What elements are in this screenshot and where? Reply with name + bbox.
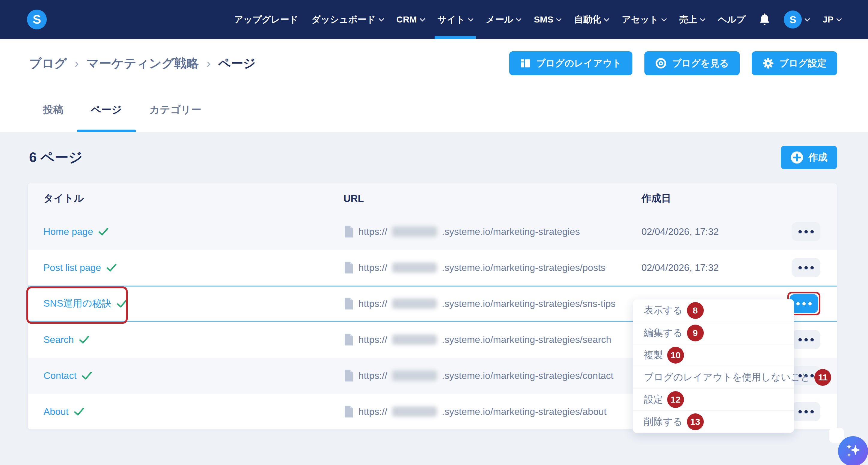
check-icon [106,263,117,272]
row-actions-button[interactable] [792,222,820,241]
layout-icon [520,58,531,69]
tab-pages[interactable]: ページ [77,88,136,132]
menu-item-settings[interactable]: 設定 12 [633,388,794,410]
column-title: タイトル [28,192,343,205]
create-button[interactable]: 作成 [781,146,837,169]
nav-item-crm[interactable]: CRM [397,0,425,39]
redacted-subdomain [392,335,437,345]
nav-item-automation[interactable]: 自動化 [574,0,609,39]
nav-item-help[interactable]: ヘルプ [718,0,745,39]
check-icon [79,336,89,344]
chevron-down-icon [556,16,562,21]
menu-item-no-blog-layout[interactable]: ブログのレイアウトを使用しないこと 11 [633,366,794,388]
list-header: 6 ページ 作成 [29,146,837,169]
top-navbar: S アップグレード ダッシュボード CRM サイト メール SMS 自動化 アセ… [0,0,868,39]
breadcrumb-marketing-strategy[interactable]: マーケティング戦略 [86,55,199,72]
tabs-row: 投稿 ページ カテゴリー [0,88,868,132]
page-file-icon [343,405,354,418]
annotation-badge: 9 [687,325,704,341]
tab-categories[interactable]: カテゴリー [136,88,215,132]
chevron-down-icon [836,16,842,21]
row-actions-button[interactable] [792,330,820,349]
url-suffix: .systeme.io/marketing-strategies/sns-tip… [442,298,616,309]
breadcrumb-separator: › [74,57,79,70]
nav-item-dashboard[interactable]: ダッシュボード [311,0,383,39]
annotation-badge: 8 [687,302,704,319]
nav-item-site[interactable]: サイト [438,0,473,39]
page-file-icon [343,225,354,238]
page-title-link[interactable]: Search [43,334,74,345]
menu-item-view[interactable]: 表示する 8 [633,299,794,322]
row-actions-button[interactable] [792,402,820,421]
annotation-badge: 10 [667,347,684,364]
url-suffix: .systeme.io/marketing-strategies [442,226,580,237]
redacted-subdomain [392,262,437,273]
url-prefix: https:// [359,370,387,381]
page-title-link[interactable]: Contact [43,370,76,381]
menu-item-delete[interactable]: 削除する 13 [633,410,794,433]
column-url: URL [343,193,642,204]
breadcrumb-separator: › [207,57,210,70]
redacted-subdomain [392,298,437,309]
url-prefix: https:// [359,226,387,237]
gear-icon [763,58,774,69]
plus-icon [790,151,804,164]
avatar: S [784,10,802,29]
table-header: タイトル URL 作成日 [28,183,837,213]
page-title-link[interactable]: Post list page [43,262,101,273]
column-created: 作成日 [642,192,771,205]
blog-settings-button[interactable]: ブログ設定 [752,51,837,75]
blog-layout-button[interactable]: ブログのレイアウト [509,51,633,75]
chevron-down-icon [468,16,473,21]
nav-item-assets[interactable]: アセット [622,0,666,39]
chat-bubble [829,428,844,443]
systeme-logo[interactable]: S [27,9,47,29]
row-context-menu: 表示する 8 編集する 9 複製 10 ブログのレイアウトを使用しないこと 11… [633,299,794,433]
url-suffix: .systeme.io/marketing-strategies/posts [442,262,606,273]
annotation-badge: 12 [667,391,684,408]
redacted-subdomain [392,371,437,381]
menu-item-edit[interactable]: 編集する 9 [633,322,794,344]
locale-selector[interactable]: JP [823,0,841,39]
account-menu[interactable]: S [784,0,809,39]
page-header: ブログ › マーケティング戦略 › ページ ブログのレイアウト [0,39,868,132]
notifications-button[interactable] [758,0,771,39]
check-icon [74,407,84,416]
view-blog-button[interactable]: ブログを見る [644,51,740,75]
breadcrumb-blog[interactable]: ブログ [29,55,67,72]
page-file-icon [343,261,354,274]
page-count-title: 6 ページ [29,148,83,167]
page-title-link[interactable]: SNS運用の秘訣 [43,297,112,310]
chevron-down-icon [516,16,522,21]
eye-icon [655,58,666,69]
url-suffix: .systeme.io/marketing-strategies/about [442,406,607,417]
tabs: 投稿 ページ カテゴリー [29,88,215,132]
header-actions: ブログのレイアウト ブログを見る [509,51,837,75]
table-row: Post list page https://.systeme.io/marke… [28,250,837,286]
nav-item-upgrade[interactable]: アップグレード [234,0,298,39]
breadcrumb: ブログ › マーケティング戦略 › ページ [29,55,256,72]
row-actions-button[interactable] [792,258,820,277]
nav-item-sales[interactable]: 売上 [679,0,705,39]
ai-assistant-button[interactable] [838,436,868,465]
created-date: 02/04/2026, 17:32 [642,262,771,273]
annotation-badge: 11 [814,369,831,386]
url-prefix: https:// [359,406,387,417]
nav-item-sms[interactable]: SMS [534,0,561,39]
redacted-subdomain [392,407,437,417]
page-file-icon [343,297,354,310]
check-icon [98,227,108,236]
url-prefix: https:// [359,298,387,309]
bell-icon [758,13,771,26]
menu-item-duplicate[interactable]: 複製 10 [633,344,794,366]
chevron-down-icon [420,16,425,21]
table-row: Home page https://.systeme.io/marketing-… [28,213,837,250]
page-title-link[interactable]: Home page [43,226,93,237]
nav-item-mail[interactable]: メール [486,0,521,39]
sparkles-icon [843,442,863,461]
chevron-down-icon [805,16,810,21]
tab-posts[interactable]: 投稿 [29,88,77,132]
page-title-link[interactable]: About [43,406,69,417]
breadcrumb-row: ブログ › マーケティング戦略 › ページ ブログのレイアウト [0,39,868,88]
page-file-icon [343,333,354,346]
